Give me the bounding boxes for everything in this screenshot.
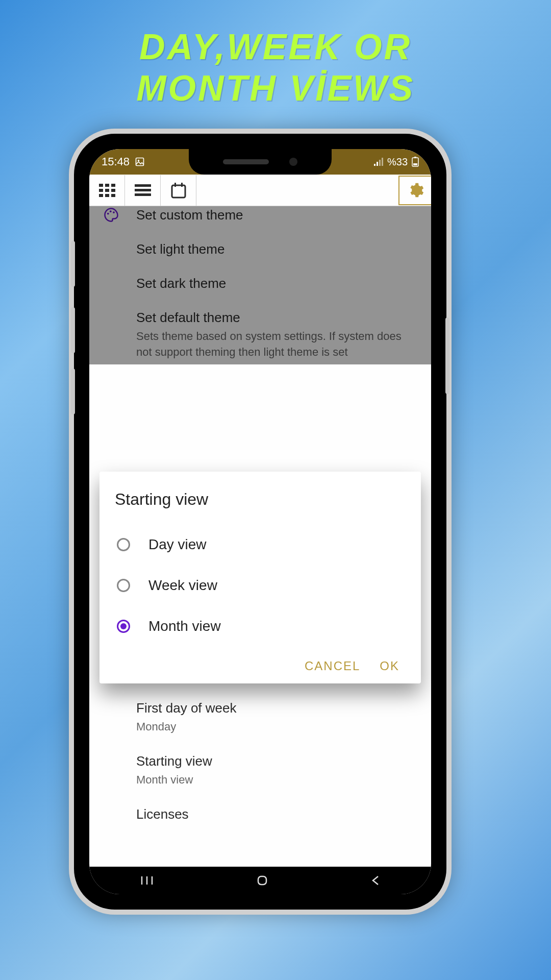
nav-recents-button[interactable] xyxy=(140,875,154,886)
svg-point-1 xyxy=(138,160,139,161)
svg-rect-3 xyxy=(377,162,378,166)
setting-title: Starting view xyxy=(136,753,416,769)
radio-option-day[interactable]: Day view xyxy=(115,524,406,565)
list-view-button[interactable] xyxy=(125,175,161,206)
battery-icon xyxy=(412,157,419,167)
radio-option-week[interactable]: Week view xyxy=(115,565,406,606)
modal-overlay[interactable] xyxy=(89,206,431,364)
promo-line-1: DAY,WEEK OR xyxy=(0,27,551,68)
setting-item-licenses[interactable]: Licenses xyxy=(136,792,416,826)
radio-label: Day view xyxy=(148,536,207,553)
phone-frame: 15:48 %33 xyxy=(69,129,452,915)
svg-rect-15 xyxy=(99,194,103,197)
dialog-title: Starting view xyxy=(115,490,406,509)
setting-item-starting-view[interactable]: Starting view Month view xyxy=(136,739,416,792)
setting-subtitle: Monday xyxy=(136,719,416,735)
phone-side-button xyxy=(71,241,75,287)
setting-title: First day of week xyxy=(136,700,416,716)
svg-rect-14 xyxy=(111,189,115,192)
svg-rect-8 xyxy=(413,163,417,165)
svg-rect-23 xyxy=(181,183,183,187)
svg-rect-7 xyxy=(414,157,416,158)
phone-side-button xyxy=(71,307,75,353)
svg-rect-9 xyxy=(99,184,103,187)
svg-rect-20 xyxy=(135,193,151,196)
svg-rect-16 xyxy=(105,194,109,197)
radio-label: Week view xyxy=(148,577,217,594)
app-toolbar xyxy=(89,175,431,206)
phone-side-button xyxy=(71,369,75,414)
setting-item-first-day[interactable]: First day of week Monday xyxy=(136,686,416,739)
radio-icon xyxy=(117,538,130,551)
phone-side-button xyxy=(445,317,449,394)
ok-button[interactable]: OK xyxy=(380,659,399,673)
signal-icon xyxy=(374,158,383,166)
image-icon xyxy=(135,157,145,167)
svg-rect-12 xyxy=(99,189,103,192)
promo-line-2: MONTH VİEWS xyxy=(0,68,551,109)
promo-headline: DAY,WEEK OR MONTH VİEWS xyxy=(0,0,551,109)
svg-rect-2 xyxy=(374,164,375,166)
setting-subtitle: Month view xyxy=(136,772,416,788)
calendar-icon xyxy=(171,182,186,199)
grid-view-button[interactable] xyxy=(89,175,125,206)
cancel-button[interactable]: CANCEL xyxy=(305,659,360,673)
gear-icon xyxy=(407,182,424,199)
svg-rect-0 xyxy=(136,158,144,166)
calendar-view-button[interactable] xyxy=(161,175,196,206)
phone-screen: 15:48 %33 xyxy=(89,149,431,894)
svg-rect-30 xyxy=(258,876,266,885)
radio-option-month[interactable]: Month view xyxy=(115,606,406,647)
notch-camera xyxy=(289,158,297,166)
svg-rect-21 xyxy=(172,185,185,198)
settings-button[interactable] xyxy=(398,176,431,205)
list-icon xyxy=(135,184,151,197)
radio-label: Month view xyxy=(148,618,221,634)
android-nav-bar xyxy=(89,867,431,894)
svg-rect-18 xyxy=(135,184,151,187)
starting-view-dialog: Starting view Day view Week view Month v… xyxy=(99,472,421,683)
svg-rect-4 xyxy=(379,160,381,166)
svg-rect-13 xyxy=(105,189,109,192)
grid-icon xyxy=(99,184,115,197)
svg-rect-10 xyxy=(105,184,109,187)
status-time: 15:48 xyxy=(102,155,130,168)
radio-icon xyxy=(117,579,130,592)
notch-speaker xyxy=(223,159,269,164)
status-battery-text: %33 xyxy=(387,156,408,168)
nav-back-button[interactable] xyxy=(371,874,380,887)
nav-home-button[interactable] xyxy=(256,874,268,887)
svg-rect-5 xyxy=(382,158,383,166)
svg-rect-11 xyxy=(111,184,115,187)
radio-icon-selected xyxy=(117,620,130,633)
svg-rect-19 xyxy=(135,189,151,191)
phone-notch xyxy=(189,149,332,175)
setting-title: Licenses xyxy=(136,806,416,822)
svg-rect-22 xyxy=(174,183,176,187)
settings-content: Set custom theme Set light theme Set dar… xyxy=(89,206,431,364)
svg-rect-17 xyxy=(111,194,115,197)
